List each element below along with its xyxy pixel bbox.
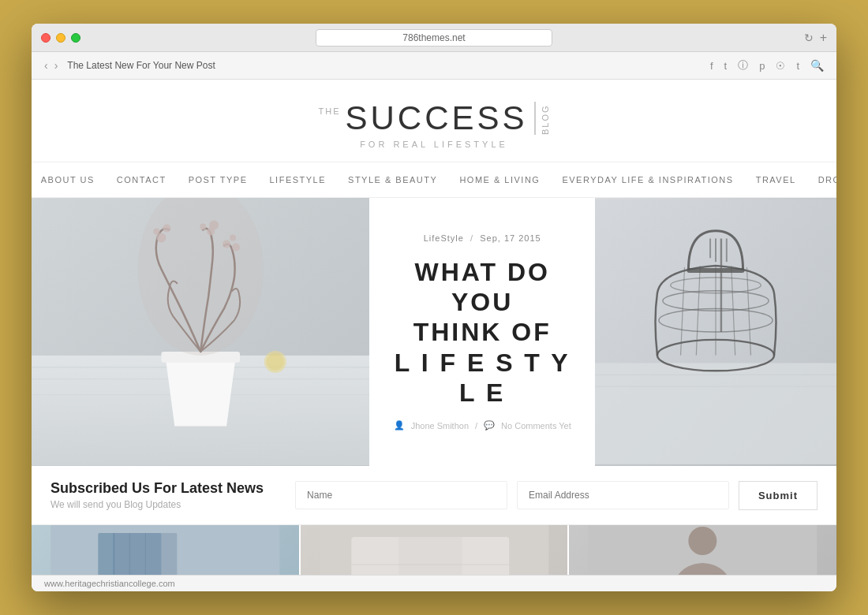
svg-rect-32 (687, 268, 744, 273)
mac-window: 786themes.net ↻ + ‹ › The Latest New For… (32, 24, 836, 591)
hero-meta: 👤 Jhone Smithon / 💬 No Comments Yet (394, 420, 571, 430)
svg-point-48 (689, 527, 717, 555)
svg-point-10 (163, 225, 170, 233)
svg-point-14 (223, 240, 230, 248)
nav-about[interactable]: ABOUT US (41, 175, 95, 184)
facebook-icon[interactable]: f (710, 60, 713, 72)
forward-button[interactable]: › (54, 59, 58, 72)
hero-left-image (32, 198, 369, 466)
svg-point-9 (153, 228, 159, 234)
svg-point-12 (200, 224, 206, 230)
nav-travel[interactable]: TRAVEL (756, 175, 796, 184)
plant-illustration (32, 198, 369, 466)
thumbnail-1[interactable] (32, 525, 299, 575)
hero-category: LifeStyle / Sep, 17 2015 (424, 233, 541, 243)
hero-center: LifeStyle / Sep, 17 2015 WHAT DO YOU THI… (369, 198, 595, 466)
subscribe-section: Subscribed Us For Latest News We will se… (32, 466, 836, 525)
svg-point-13 (209, 221, 219, 230)
site-content: THE SUCCESS BLOG For Real LifeStyle HOME… (32, 80, 836, 575)
search-icon[interactable]: 🔍 (810, 59, 824, 72)
back-button[interactable]: ‹ (44, 59, 48, 72)
instagram-icon[interactable]: ⓘ (738, 58, 748, 73)
nav-contact[interactable]: CONTACT (117, 175, 166, 184)
subscribe-form: Submit (295, 481, 817, 510)
svg-rect-45 (398, 537, 462, 575)
status-url: www.heritagechristiancollege.com (44, 579, 175, 588)
hero-right-image (595, 198, 836, 466)
minimize-button[interactable] (56, 33, 65, 43)
traffic-lights (41, 33, 80, 43)
logo-success: SUCCESS (345, 102, 535, 135)
svg-point-16 (232, 243, 240, 251)
subscribe-heading: Subscribed Us For Latest News (51, 480, 264, 497)
thumbnail-2[interactable] (301, 525, 568, 575)
address-bar[interactable]: 786themes.net (316, 29, 552, 47)
google-icon[interactable]: ☉ (776, 60, 785, 72)
nav-dropdown[interactable]: DROPDOWN (818, 175, 836, 184)
nav-post-type[interactable]: POST TYPE (189, 175, 248, 184)
status-bar: www.heritagechristiancollege.com (32, 575, 836, 591)
subscribe-text: Subscribed Us For Latest News We will se… (51, 480, 264, 510)
social-icons-bar: f t ⓘ p ☉ t 🔍 (710, 58, 824, 73)
site-nav: HOME ABOUT US CONTACT POST TYPE LIFESTYL… (32, 162, 836, 198)
title-bar: 786themes.net ↻ + (32, 24, 836, 52)
svg-point-15 (230, 234, 236, 240)
basket-illustration (595, 198, 836, 466)
site-header: THE SUCCESS BLOG For Real LifeStyle (32, 80, 836, 162)
nav-style-beauty[interactable]: STYLE & BEAUTY (348, 175, 437, 184)
logo-the: THE (318, 106, 340, 116)
twitter-icon[interactable]: t (724, 60, 728, 72)
nav-lifestyle[interactable]: LIFESTYLE (269, 175, 326, 184)
svg-point-8 (156, 233, 166, 242)
new-tab-button[interactable]: + (820, 31, 827, 45)
breadcrumb: The Latest New For Your New Post (67, 60, 701, 71)
url-text: 786themes.net (402, 32, 465, 43)
email-input[interactable] (517, 481, 729, 509)
browser-chrome: ‹ › The Latest New For Your New Post f t… (32, 52, 836, 80)
refresh-button[interactable]: ↻ (804, 32, 814, 44)
submit-button[interactable]: Submit (739, 481, 817, 510)
svg-point-18 (267, 353, 284, 371)
svg-rect-20 (595, 363, 836, 464)
close-button[interactable] (41, 33, 51, 43)
hero-section: LifeStyle / Sep, 17 2015 WHAT DO YOU THI… (32, 198, 836, 466)
subscribe-subtext: We will send you Blog Updates (51, 499, 264, 510)
browser-nav: ‹ › (44, 59, 58, 72)
logo-blog: BLOG (541, 102, 550, 135)
hero-title: WHAT DO YOU THINK OF L I F E S T Y L E (393, 257, 571, 408)
maximize-button[interactable] (71, 33, 80, 43)
logo: THE SUCCESS BLOG (318, 102, 549, 135)
nav-home-living[interactable]: HOME & LIVING (459, 175, 540, 184)
pinterest-icon[interactable]: p (759, 60, 765, 72)
tumblr-icon[interactable]: t (796, 60, 799, 72)
bottom-thumbnails (32, 525, 836, 575)
svg-marker-5 (165, 356, 236, 427)
nav-everyday[interactable]: EVERYDAY LIFE & INSPIRATIONS (562, 175, 733, 184)
name-input[interactable] (295, 481, 507, 509)
thumbnail-3[interactable] (569, 525, 836, 575)
logo-tagline: For Real LifeStyle (47, 140, 821, 149)
